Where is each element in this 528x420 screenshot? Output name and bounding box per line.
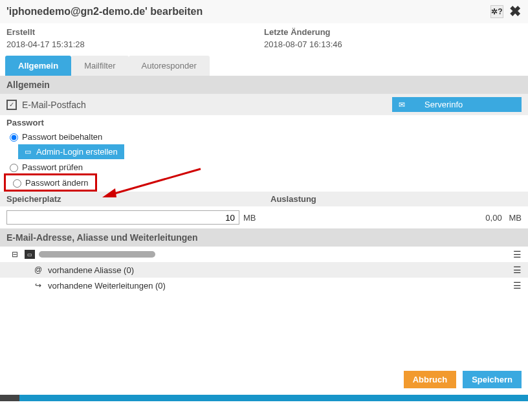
password-heading: Passwort <box>0 115 528 130</box>
change-password-highlight: Passwort ändern <box>4 173 97 192</box>
aliases-heading: E-Mail-Adresse, Aliasse und Weiterleitun… <box>0 228 528 247</box>
email-address-redacted <box>39 251 155 258</box>
forward-icon: ↪ <box>32 281 44 290</box>
tab-mailfilter[interactable]: Mailfilter <box>71 56 128 76</box>
section-general-title: Allgemein <box>0 76 528 94</box>
tab-autoresponder[interactable]: Autoresponder <box>129 56 210 76</box>
created-value: 2018-04-17 15:31:28 <box>6 39 264 49</box>
close-icon[interactable]: ✖ <box>509 5 522 18</box>
radio-keep-password[interactable] <box>10 133 18 142</box>
admin-login-button[interactable]: ▭ Admin-Login erstellen <box>18 144 124 159</box>
radio-keep-label: Passwort beibehalten <box>22 132 102 142</box>
menu-icon[interactable]: ☰ <box>513 249 522 260</box>
cancel-button[interactable]: Abbruch <box>404 371 456 388</box>
usage-heading: Auslastung <box>264 192 528 206</box>
storage-unit: MB <box>243 213 256 223</box>
usage-unit: MB <box>509 213 522 223</box>
collapse-icon[interactable]: ⊟ <box>9 250 21 259</box>
at-icon: @ <box>32 265 44 274</box>
menu-icon[interactable]: ☰ <box>513 280 522 291</box>
bottom-accent-bar <box>0 395 528 401</box>
svg-line-0 <box>110 169 201 195</box>
contact-icon: ▭ <box>25 250 35 259</box>
forward-row-label: vorhandene Weiterleitungen (0) <box>48 281 166 291</box>
serverinfo-button[interactable]: ✉ Serverinfo <box>392 97 522 112</box>
svg-marker-1 <box>102 188 116 197</box>
radio-change-password[interactable] <box>13 179 21 188</box>
admin-login-label: Admin-Login erstellen <box>36 147 118 157</box>
help-icon[interactable]: ✲? <box>490 5 503 18</box>
envelope-icon: ✉ <box>399 100 405 109</box>
id-card-icon: ▭ <box>25 148 31 156</box>
aliases-row-label: vorhandene Aliasse (0) <box>48 265 134 275</box>
mailbox-label: E-Mail-Postfach <box>22 100 392 110</box>
checkbox-icon[interactable]: ✓ <box>6 100 17 110</box>
dialog-title: 'iphonedemo@gn2-demo.de' bearbeiten <box>6 6 490 17</box>
modified-value: 2018-08-07 16:13:46 <box>264 39 522 49</box>
usage-value: 0,00 <box>485 213 501 223</box>
tab-general[interactable]: Allgemein <box>5 56 71 76</box>
menu-icon[interactable]: ☰ <box>513 265 522 275</box>
created-label: Erstellt <box>6 27 264 37</box>
storage-input[interactable] <box>6 210 239 225</box>
modified-label: Letzte Änderung <box>264 27 522 37</box>
radio-check-password[interactable] <box>10 164 18 172</box>
radio-change-label: Passwort ändern <box>25 178 89 188</box>
save-button[interactable]: Speichern <box>463 371 522 388</box>
radio-check-label: Passwort prüfen <box>22 162 83 172</box>
annotation-arrow <box>97 168 207 206</box>
serverinfo-label: Serverinfo <box>424 100 463 109</box>
